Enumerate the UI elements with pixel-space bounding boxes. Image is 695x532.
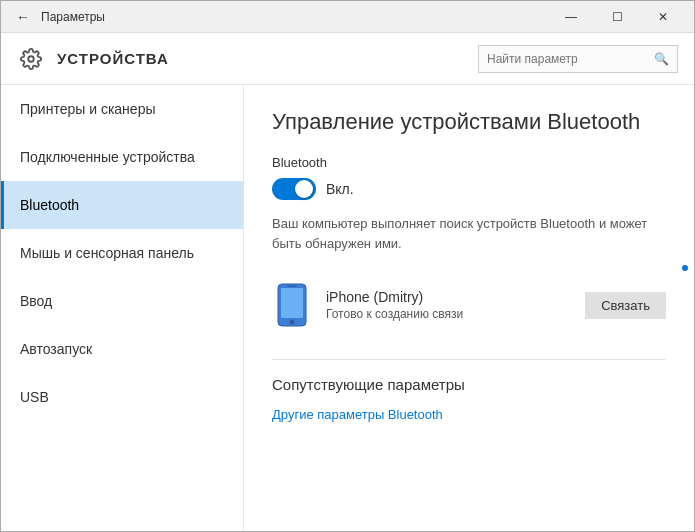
sidebar: Принтеры и сканеры Подключенные устройст… (1, 85, 244, 531)
svg-rect-4 (287, 286, 297, 288)
bluetooth-toggle[interactable] (272, 178, 316, 200)
minimize-button[interactable]: — (548, 1, 594, 33)
device-status: Готово к созданию связи (326, 307, 571, 321)
sidebar-item-bluetooth[interactable]: Bluetooth (1, 181, 243, 229)
related-link[interactable]: Другие параметры Bluetooth (272, 407, 443, 422)
related-title: Сопутствующие параметры (272, 376, 666, 393)
sidebar-item-printers[interactable]: Принтеры и сканеры (1, 85, 243, 133)
page-title: Управление устройствами Bluetooth (272, 109, 666, 135)
toggle-label: Вкл. (326, 181, 354, 197)
window-controls: — ☐ ✕ (548, 1, 686, 33)
bluetooth-info-text: Ваш компьютер выполняет поиск устройств … (272, 214, 652, 253)
search-icon: 🔍 (654, 52, 669, 66)
title-bar: ← Параметры — ☐ ✕ (1, 1, 694, 33)
settings-icon (17, 45, 45, 73)
svg-point-3 (290, 320, 295, 325)
toggle-row: Вкл. (272, 178, 666, 200)
maximize-button[interactable]: ☐ (594, 1, 640, 33)
sidebar-item-usb[interactable]: USB (1, 373, 243, 421)
sidebar-item-mouse[interactable]: Мышь и сенсорная панель (1, 229, 243, 277)
header-title: УСТРОЙСТВА (57, 50, 466, 67)
main-panel: Управление устройствами Bluetooth Blueto… (244, 85, 694, 531)
window-title: Параметры (41, 10, 548, 24)
device-icon (272, 281, 312, 329)
bluetooth-label: Bluetooth (272, 155, 666, 170)
connect-button[interactable]: Связать (585, 292, 666, 319)
scroll-indicator (682, 265, 688, 271)
device-info: iPhone (Dmitry) Готово к созданию связи (326, 289, 571, 321)
search-box[interactable]: 🔍 (478, 45, 678, 73)
device-item: iPhone (Dmitry) Готово к созданию связи … (272, 271, 666, 339)
sidebar-item-input[interactable]: Ввод (1, 277, 243, 325)
device-name: iPhone (Dmitry) (326, 289, 571, 305)
toggle-knob (295, 180, 313, 198)
close-button[interactable]: ✕ (640, 1, 686, 33)
main-window: ← Параметры — ☐ ✕ УСТРОЙСТВА 🔍 Принтеры … (0, 0, 695, 532)
sidebar-item-connected[interactable]: Подключенные устройства (1, 133, 243, 181)
sidebar-item-autorun[interactable]: Автозапуск (1, 325, 243, 373)
divider (272, 359, 666, 360)
search-input[interactable] (487, 52, 648, 66)
svg-rect-2 (281, 288, 303, 318)
svg-point-0 (28, 56, 34, 62)
back-button[interactable]: ← (9, 3, 37, 31)
header: УСТРОЙСТВА 🔍 (1, 33, 694, 85)
content-area: Принтеры и сканеры Подключенные устройст… (1, 85, 694, 531)
